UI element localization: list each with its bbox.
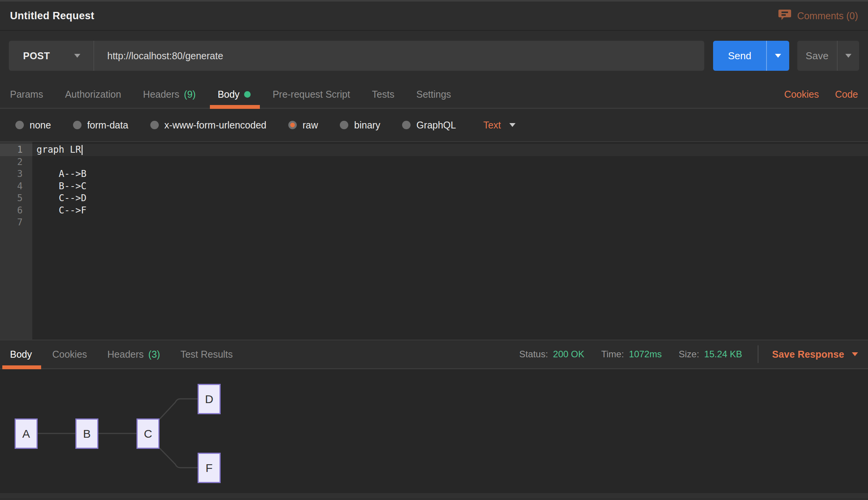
tab-body[interactable]: Body <box>218 81 251 108</box>
line-number: 2 <box>0 156 32 168</box>
radio-icon <box>402 121 411 129</box>
graph-node-a: A <box>15 418 38 449</box>
send-label: Send <box>713 41 766 71</box>
method-select[interactable]: POST <box>9 41 94 71</box>
response-headers-count-badge: (3) <box>148 349 160 360</box>
tab-headers[interactable]: Headers (9) <box>143 81 196 108</box>
time-indicator: Time: 1072ms <box>601 349 662 360</box>
request-header: Untitled Request Comments (0) <box>0 2 868 31</box>
body-type-none[interactable]: none <box>15 120 51 131</box>
request-body-editor[interactable]: 1 2 3 4 5 6 7 graph LR A-->B B-->C C-->D… <box>0 142 868 340</box>
line-number: 3 <box>0 168 32 180</box>
raw-format-select[interactable]: Text <box>483 120 515 131</box>
response-body-viewer: A B C D F <box>0 369 868 498</box>
url-input[interactable] <box>94 41 704 71</box>
save-button[interactable]: Save <box>797 41 859 71</box>
request-tabs-bar: Params Authorization Headers (9) Body Pr… <box>0 81 868 109</box>
line-number: 7 <box>0 217 32 229</box>
response-tabs: Body Cookies Headers (3) Test Results <box>10 340 233 368</box>
save-options-button[interactable] <box>837 41 859 71</box>
raw-format-label: Text <box>483 120 501 131</box>
headers-count-badge: (9) <box>184 89 196 100</box>
code-line <box>32 156 868 168</box>
url-box: POST <box>9 41 704 71</box>
size-indicator: Size: 15.24 KB <box>678 349 742 360</box>
horizontal-scrollbar-track <box>0 493 868 498</box>
line-number: 1 <box>0 144 32 156</box>
response-tab-headers[interactable]: Headers (3) <box>107 340 160 368</box>
text-cursor <box>81 145 83 155</box>
body-type-form-data[interactable]: form-data <box>73 120 128 131</box>
response-tab-test-results[interactable]: Test Results <box>180 340 233 368</box>
line-number: 6 <box>0 205 32 217</box>
send-button[interactable]: Send <box>713 41 789 71</box>
response-meta-bar: Body Cookies Headers (3) Test Results St… <box>0 340 868 369</box>
request-builder-row: POST Send Save <box>0 31 868 81</box>
save-label: Save <box>797 41 837 71</box>
body-type-graphql[interactable]: GraphQL <box>402 120 456 131</box>
send-options-button[interactable] <box>766 41 789 71</box>
response-tab-body[interactable]: Body <box>10 340 32 368</box>
radio-icon <box>340 121 348 129</box>
graph-node-d: D <box>198 384 221 414</box>
line-number: 5 <box>0 192 32 205</box>
comments-label: Comments (0) <box>797 10 858 22</box>
graph-edges <box>0 369 868 498</box>
radio-icon <box>15 121 24 129</box>
status-value: 200 OK <box>553 349 584 360</box>
vertical-divider <box>758 345 758 363</box>
body-type-row: none form-data x-www-form-urlencoded raw… <box>0 109 868 142</box>
editor-text-area[interactable]: graph LR A-->B B-->C C-->D C-->F <box>32 142 868 340</box>
body-type-x-www-form-urlencoded[interactable]: x-www-form-urlencoded <box>150 120 266 131</box>
chevron-down-icon <box>775 54 781 58</box>
line-number: 4 <box>0 180 32 193</box>
graph-node-c: C <box>136 418 160 449</box>
graph-node-b: B <box>75 418 98 449</box>
radio-selected-icon <box>288 121 297 129</box>
code-line: B-->C <box>32 180 868 193</box>
app-window: Untitled Request Comments (0) POST Send <box>0 0 868 500</box>
size-value: 15.24 KB <box>704 349 742 360</box>
tab-pre-request-script[interactable]: Pre-request Script <box>273 81 350 108</box>
code-line <box>32 217 868 229</box>
method-label: POST <box>23 50 50 62</box>
code-line: graph LR <box>32 144 868 156</box>
radio-icon <box>73 121 81 129</box>
request-tabs: Params Authorization Headers (9) Body Pr… <box>10 81 451 108</box>
body-modified-dot <box>244 91 251 98</box>
comments-button[interactable]: Comments (0) <box>778 9 858 23</box>
tab-authorization[interactable]: Authorization <box>65 81 121 108</box>
tab-settings[interactable]: Settings <box>416 81 451 108</box>
time-value: 1072ms <box>629 349 662 360</box>
comment-icon <box>778 9 791 23</box>
body-type-raw[interactable]: raw <box>288 120 318 131</box>
tab-params[interactable]: Params <box>10 81 43 108</box>
response-status-group: Status: 200 OK Time: 1072ms Size: 15.24 … <box>502 345 858 363</box>
status-indicator: Status: 200 OK <box>519 349 584 360</box>
chevron-down-icon <box>852 352 858 356</box>
graph-node-f: F <box>198 453 221 483</box>
request-tabs-actions: Cookies Code <box>784 89 858 100</box>
tab-tests[interactable]: Tests <box>372 81 394 108</box>
request-title: Untitled Request <box>10 10 94 22</box>
body-type-binary[interactable]: binary <box>340 120 380 131</box>
code-line: A-->B <box>32 168 868 180</box>
response-tab-cookies[interactable]: Cookies <box>52 340 87 368</box>
chevron-down-icon <box>845 54 851 58</box>
code-line: C-->D <box>32 192 868 205</box>
cookies-link[interactable]: Cookies <box>784 89 819 100</box>
chevron-down-icon <box>74 54 80 58</box>
editor-gutter: 1 2 3 4 5 6 7 <box>0 142 32 340</box>
chevron-down-icon <box>509 123 515 127</box>
code-link[interactable]: Code <box>835 89 858 100</box>
radio-icon <box>150 121 159 129</box>
save-response-button[interactable]: Save Response <box>772 349 858 360</box>
code-line: C-->F <box>32 205 868 217</box>
